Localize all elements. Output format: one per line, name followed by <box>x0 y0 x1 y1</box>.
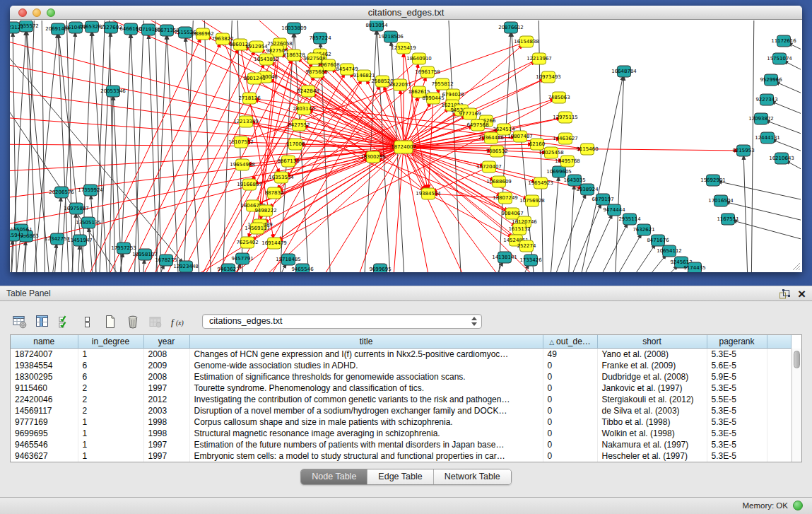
table-cell[interactable]: 2003 <box>143 405 189 416</box>
table-cell[interactable]: Wolkin et al. (1998) <box>597 428 707 439</box>
tab-node-table[interactable]: Node Table <box>301 469 367 484</box>
column-header-in_degree[interactable]: in_degree <box>78 335 143 348</box>
graph-edge[interactable] <box>52 192 61 272</box>
table-cell[interactable]: 19384554 <box>11 360 78 371</box>
column-header-name[interactable]: name <box>11 335 78 348</box>
show-columns-icon[interactable] <box>34 313 51 330</box>
tab-edge-table[interactable]: Edge Table <box>367 469 433 484</box>
table-mode-icon[interactable] <box>11 313 28 330</box>
graph-edge[interactable] <box>10 42 186 267</box>
table-cell[interactable]: Tibbo et al. (1998) <box>597 416 707 428</box>
table-selector-dropdown[interactable]: citations_edges.txt <box>202 314 482 329</box>
graph-edge[interactable] <box>42 21 45 272</box>
clear-selection-icon[interactable] <box>79 313 96 330</box>
table-cell[interactable]: 2 <box>78 394 143 405</box>
window-titlebar[interactable]: citations_edges.txt <box>10 6 802 20</box>
table-cell[interactable]: de Silva et al. (2003) <box>597 405 707 416</box>
table-cell[interactable]: 5.3E-5 <box>707 416 767 428</box>
table-cell[interactable]: Investigating the contribution of common… <box>189 394 543 405</box>
table-cell[interactable]: 2009 <box>143 360 189 371</box>
graph-edge[interactable] <box>728 219 801 247</box>
table-cell[interactable]: 0 <box>543 405 597 416</box>
table-cell[interactable]: Hescheler et al. (1997) <box>597 450 707 462</box>
table-cell[interactable]: 1998 <box>143 416 189 428</box>
table-cell[interactable]: 9465546 <box>11 439 78 450</box>
table-row[interactable]: 946554611997Estimation of the future num… <box>11 439 791 450</box>
table-cell[interactable]: 5.3E-5 <box>707 450 767 462</box>
table-cell[interactable]: 1 <box>78 439 143 450</box>
table-cell[interactable]: 5.3E-5 <box>707 439 767 450</box>
table-row[interactable]: 977716911998Corpus callosum shape and si… <box>11 416 791 428</box>
table-cell[interactable]: 0 <box>543 360 597 371</box>
close-window-icon[interactable] <box>18 8 27 17</box>
table-cell[interactable]: Stergiakouli et al. (2012) <box>597 394 707 405</box>
table-cell[interactable]: 2012 <box>143 394 189 405</box>
graph-edge[interactable] <box>743 151 748 272</box>
table-cell[interactable]: 6 <box>78 371 143 382</box>
table-cell[interactable]: 1998 <box>143 428 189 439</box>
table-cell[interactable]: 0 <box>543 439 597 450</box>
table-cell[interactable]: 5.3E-5 <box>707 405 767 416</box>
table-cell[interactable]: Nakamura et al. (1997) <box>597 439 707 450</box>
table-cell[interactable]: 9777169 <box>11 416 78 428</box>
select-all-icon[interactable] <box>57 313 73 330</box>
table-cell[interactable]: 2008 <box>143 371 189 382</box>
table-cell[interactable]: Changes of HCN gene expression and I(f) … <box>189 348 543 360</box>
table-cell[interactable]: Estimation of the future numbers of pati… <box>189 439 543 450</box>
zoom-window-icon[interactable] <box>47 8 55 17</box>
graph-edge[interactable] <box>587 219 630 272</box>
table-cell[interactable]: 1 <box>78 348 143 360</box>
table-cell[interactable]: 5.3E-5 <box>707 348 767 360</box>
table-cell[interactable]: Genome-wide association studies in ADHD. <box>189 360 543 371</box>
table-cell[interactable]: 5.5E-5 <box>707 394 767 405</box>
graph-edge[interactable] <box>545 189 587 272</box>
minimize-window-icon[interactable] <box>33 8 41 17</box>
graph-edge[interactable] <box>614 71 624 272</box>
graph-edge[interactable] <box>155 30 167 272</box>
table-cell[interactable]: Tourette syndrome. Phenomenology and cla… <box>189 382 543 394</box>
table-cell[interactable]: 18300295 <box>11 371 78 382</box>
table-cell[interactable]: 1997 <box>143 439 189 450</box>
network-canvas[interactable]: 2493557220691406861047610653267132760264… <box>10 21 802 272</box>
table-cell[interactable]: 0 <box>543 416 597 428</box>
table-cell[interactable]: 2 <box>78 382 143 394</box>
table-cell[interactable]: 0 <box>543 428 597 439</box>
graph-edge[interactable] <box>751 21 754 272</box>
table-cell[interactable]: Embryonic stem cells: a model to study s… <box>189 450 543 462</box>
graph-edge[interactable] <box>10 147 404 229</box>
function-builder-icon[interactable]: f(x) <box>170 313 187 330</box>
graph-edge[interactable] <box>119 29 131 272</box>
float-panel-icon[interactable] <box>779 289 790 300</box>
memory-status-icon[interactable] <box>793 501 803 510</box>
table-row[interactable]: 1938455462009Genome-wide association stu… <box>11 360 791 371</box>
table-cell[interactable]: 0 <box>543 382 597 394</box>
table-cell[interactable]: Franke et al. (2009) <box>597 360 707 371</box>
graph-edge[interactable] <box>95 21 105 272</box>
table-row[interactable]: 911546021997Tourette syndrome. Phenomeno… <box>11 382 791 394</box>
table-cell[interactable]: Corpus callosum shape and size in male p… <box>189 416 543 428</box>
graph-edge[interactable] <box>548 172 559 272</box>
resize-grip-icon[interactable] <box>791 261 801 271</box>
table-scrollbar-thumb[interactable] <box>794 351 800 368</box>
graph-edge[interactable] <box>148 30 158 272</box>
graph-edge[interactable] <box>601 230 644 272</box>
new-object-icon[interactable] <box>102 313 119 330</box>
table-cell[interactable]: 2 <box>78 405 143 416</box>
table-cell[interactable]: 1 <box>78 450 143 462</box>
table-row[interactable]: 1872400712008Changes of HCN gene express… <box>11 348 791 360</box>
table-cell[interactable]: Yano et al. (2008) <box>597 348 707 360</box>
table-cell[interactable]: 1997 <box>143 450 189 462</box>
table-cell[interactable]: 0 <box>543 371 597 382</box>
graph-edge[interactable] <box>204 21 211 272</box>
column-header-out_de[interactable]: △out_de… <box>543 335 597 348</box>
table-cell[interactable]: 6 <box>78 360 143 371</box>
table-cell[interactable]: 9115460 <box>11 382 78 394</box>
graph-edge[interactable] <box>404 147 476 272</box>
table-cell[interactable]: Structural magnetic resonance image aver… <box>189 428 543 439</box>
table-cell[interactable]: 18724007 <box>11 348 78 360</box>
table-cell[interactable]: 5.3E-5 <box>707 428 767 439</box>
table-cell[interactable]: 49 <box>543 348 597 360</box>
table-cell[interactable]: Dudbridge et al. (2008) <box>597 371 707 382</box>
table-cell[interactable]: 5.9E-5 <box>707 371 767 382</box>
delete-table-icon[interactable] <box>124 313 141 330</box>
